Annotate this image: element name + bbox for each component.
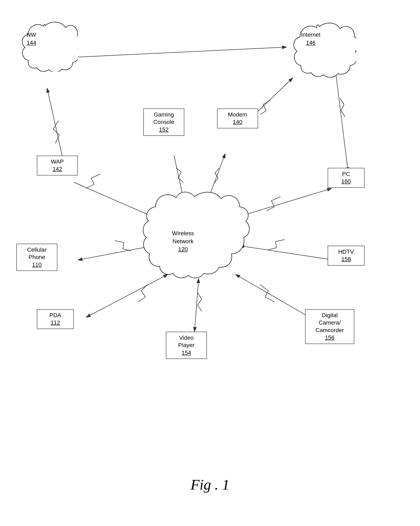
diagram: WirelessNetwork 120 Internet 146 NW 144 … [0,0,420,526]
svg-line-2 [47,88,63,162]
pda-box: PDA 112 [37,309,74,329]
video-player-box: VideoPlayer 154 [166,332,207,359]
modem-box: Modem 140 [217,109,258,128]
wireless-network-cloud [139,184,250,283]
cellular-phone-box: CellularPhone 110 [16,244,57,271]
nw-label: NW 144 [27,31,36,47]
figure-label: Fig . 1 [191,476,230,493]
wireless-network-label: WirelessNetwork 120 [172,229,194,253]
nw-cloud [12,16,78,72]
svg-line-12 [195,278,199,332]
internet-label: Internet 146 [301,31,320,47]
internet-cloud [283,16,356,78]
gaming-console-box: GamingConsole 152 [143,109,184,136]
svg-line-8 [237,188,332,217]
svg-line-9 [240,246,334,260]
hdtv-box: HDTV 158 [328,246,365,265]
svg-line-7 [336,74,348,172]
wap-box: WAP 142 [37,156,78,175]
pc-box: PC 160 [328,168,365,188]
digital-camera-box: DigitalCamera/Camcorder 156 [305,309,354,344]
svg-line-14 [72,47,287,57]
